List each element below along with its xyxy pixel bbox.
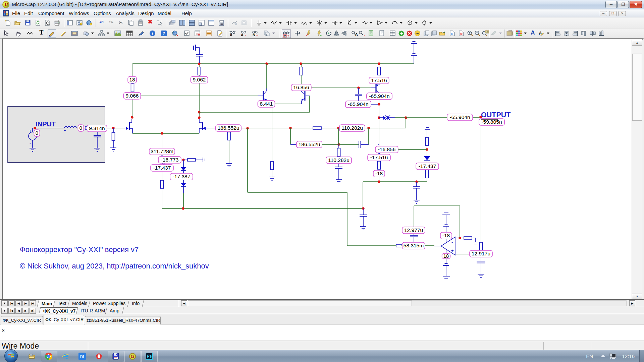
svg-text:-65.904n: -65.904n [449,114,470,120]
svg-text:58.315m: 58.315m [404,243,424,248]
svg-text:-18: -18 [375,171,383,176]
svg-text:18: 18 [443,253,449,259]
svg-text:+: + [29,129,31,133]
svg-text:+: + [64,128,66,132]
svg-text:INPUT: INPUT [36,120,56,128]
svg-text:-65.904n: -65.904n [348,101,368,107]
svg-text:0: 0 [36,130,38,136]
svg-text:186.552u: 186.552u [218,125,239,131]
svg-text:+: + [451,248,454,253]
svg-text:311.728m: 311.728m [151,148,173,154]
svg-text:12.917u: 12.917u [472,251,490,256]
svg-text:8.441: 8.441 [260,101,273,107]
svg-text:-59.805n: -59.805n [481,119,502,125]
svg-text:0: 0 [79,125,82,131]
svg-text:-: - [75,127,76,132]
svg-text:-17.516: -17.516 [370,155,388,160]
svg-text:OUTPUT: OUTPUT [481,111,511,119]
svg-text:9.062: 9.062 [193,77,206,82]
svg-text:-17.437: -17.437 [153,165,171,171]
svg-text:© Nick Sukhov, aug 2023, http:: © Nick Sukhov, aug 2023, http://patreon.… [20,262,209,270]
svg-text:186.552u: 186.552u [299,141,320,147]
svg-text:9.066: 9.066 [126,93,139,99]
svg-text:110.282u: 110.282u [328,157,350,163]
svg-text:Фонокорректор "Су-XXI" версия: Фонокорректор "Су-XXI" версия v7 [20,245,139,254]
svg-text:18: 18 [129,77,135,82]
svg-text:-18: -18 [442,233,450,238]
svg-text:12: 12 [130,355,135,358]
svg-text:-17.437: -17.437 [419,163,436,169]
svg-text:-17.387: -17.387 [173,174,191,179]
svg-text:110.282u: 110.282u [341,125,363,131]
svg-text:12.977u: 12.977u [404,227,423,233]
svg-text:-16.773: -16.773 [161,157,179,163]
svg-text:16.856: 16.856 [293,84,309,90]
svg-text:-16.856: -16.856 [378,146,396,152]
svg-text:-: - [451,240,453,245]
svg-text:17.516: 17.516 [371,77,387,83]
svg-text:-65.904n: -65.904n [369,93,389,99]
svg-text:-: - [30,140,31,145]
svg-text:9.314n: 9.314n [89,125,105,131]
